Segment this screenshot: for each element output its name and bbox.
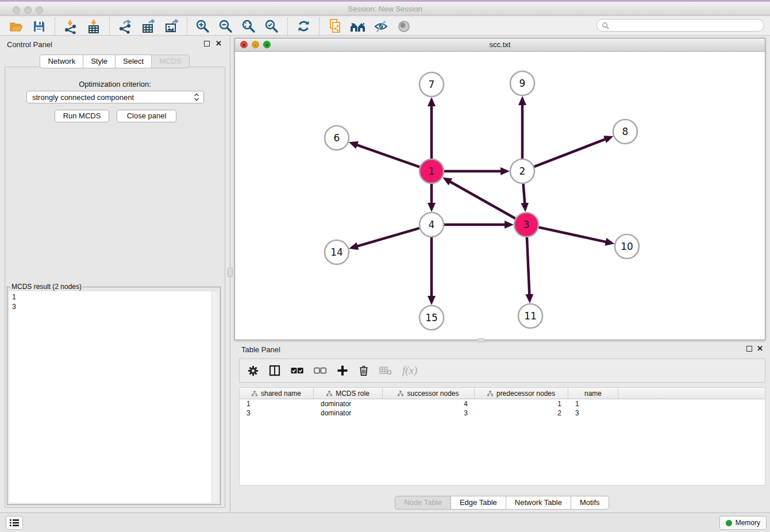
refresh-view-button[interactable] xyxy=(292,18,315,35)
network-graph[interactable]: 7968124314101511 xyxy=(235,51,765,340)
delete-column-button[interactable] xyxy=(359,365,369,376)
delete-table-button[interactable] xyxy=(379,366,392,375)
column-header-successor-nodes[interactable]: successor nodes xyxy=(383,388,475,399)
network-zoom-button[interactable]: + xyxy=(263,41,271,48)
import-network-button[interactable] xyxy=(59,18,82,35)
table-settings-button[interactable] xyxy=(248,365,259,376)
column-layout-button[interactable] xyxy=(269,365,280,376)
column-header-predecessor-nodes[interactable]: predecessor nodes xyxy=(475,388,568,399)
cell-shared-name[interactable]: 3 xyxy=(240,409,314,417)
column-header-name[interactable]: name xyxy=(568,388,618,399)
table-tabs: Node Table Edge Table Network Table Moti… xyxy=(234,496,770,510)
zoom-out-button[interactable] xyxy=(214,18,237,35)
node-11[interactable]: 11 xyxy=(518,304,542,328)
shared-column-icon xyxy=(252,391,257,396)
select-all-columns-button[interactable] xyxy=(291,367,303,374)
window-zoom-button[interactable] xyxy=(36,6,43,14)
node-9[interactable]: 9 xyxy=(510,71,534,95)
tab-node-table[interactable]: Node Table xyxy=(395,496,451,510)
memory-button[interactable]: Memory xyxy=(719,516,767,530)
tab-style[interactable]: Style xyxy=(83,55,116,68)
node-15[interactable]: 15 xyxy=(419,306,444,330)
export-image-button[interactable] xyxy=(160,18,183,35)
export-network-button[interactable] xyxy=(114,18,137,35)
tab-edge-table[interactable]: Edge Table xyxy=(451,496,506,510)
home-layout-button[interactable] xyxy=(346,18,369,35)
window-minimize-button[interactable] xyxy=(24,6,32,14)
network-minimize-button[interactable]: – xyxy=(252,41,259,48)
cell-predecessor-nodes[interactable]: 2 xyxy=(475,409,568,417)
run-mcds-button[interactable]: Run MCDS xyxy=(55,110,109,122)
cell-name[interactable]: 3 xyxy=(568,409,618,417)
network-close-button[interactable]: x xyxy=(240,41,248,48)
search-field[interactable] xyxy=(596,19,764,32)
edge-2-3[interactable] xyxy=(523,184,525,204)
table-row[interactable]: 3dominator323 xyxy=(240,408,765,418)
copy-network-button[interactable] xyxy=(324,18,346,35)
column-header-MCDS-role[interactable]: MCDS role xyxy=(314,388,383,399)
cell-MCDS-role[interactable]: dominator xyxy=(314,400,383,408)
show-graphics-details-button[interactable] xyxy=(369,18,392,35)
cell-shared-name[interactable]: 1 xyxy=(240,400,314,408)
edge-3-1[interactable] xyxy=(449,182,515,219)
cell-successor-nodes[interactable]: 3 xyxy=(383,409,475,417)
node-1[interactable]: 1 xyxy=(419,159,444,183)
cell-name[interactable]: 1 xyxy=(568,400,618,408)
svg-text:8: 8 xyxy=(622,126,629,137)
task-history-button[interactable] xyxy=(6,516,23,530)
function-builder-button[interactable]: f(x) xyxy=(402,364,417,377)
hide-graphics-details-button[interactable] xyxy=(392,18,415,35)
zoom-out-icon xyxy=(218,19,233,34)
cell-MCDS-role[interactable]: dominator xyxy=(314,409,383,417)
cell-predecessor-nodes[interactable]: 1 xyxy=(475,400,568,408)
edge-3-11[interactable] xyxy=(527,237,529,295)
close-table-panel-icon[interactable]: ✕ xyxy=(757,344,763,353)
edge-4-14[interactable] xyxy=(357,228,419,246)
float-panel-icon[interactable] xyxy=(204,41,210,47)
node-7[interactable]: 7 xyxy=(419,72,444,97)
svg-text:1: 1 xyxy=(429,165,435,177)
zoom-selected-button[interactable] xyxy=(260,18,283,35)
search-input[interactable] xyxy=(611,21,764,30)
edge-1-6[interactable] xyxy=(356,145,419,167)
node-10[interactable]: 10 xyxy=(615,234,639,259)
node-8[interactable]: 8 xyxy=(613,119,637,144)
tab-network[interactable]: Network xyxy=(40,55,83,68)
zoom-in-button[interactable] xyxy=(191,18,214,35)
node-table[interactable]: shared nameMCDS rolesuccessor nodesprede… xyxy=(239,387,765,485)
import-table-button[interactable] xyxy=(82,18,105,35)
network-canvas[interactable]: 7968124314101511 xyxy=(235,51,765,340)
close-panel-button[interactable]: Close panel xyxy=(117,110,176,122)
zoom-fit-button[interactable] xyxy=(237,18,260,35)
edge-2-8[interactable] xyxy=(534,139,606,167)
close-panel-icon[interactable]: ✕ xyxy=(215,39,222,48)
horizontal-splitter-handle[interactable] xyxy=(478,338,485,342)
open-session-button[interactable] xyxy=(5,18,28,35)
window-close-button[interactable] xyxy=(13,6,20,14)
cell-successor-nodes[interactable]: 4 xyxy=(383,400,475,408)
node-14[interactable]: 14 xyxy=(325,240,349,264)
add-column-button[interactable] xyxy=(337,365,348,376)
tab-mcds[interactable]: MCDS xyxy=(151,55,189,68)
tab-select[interactable]: Select xyxy=(115,55,152,68)
node-2[interactable]: 2 xyxy=(510,159,534,183)
column-header-shared-name[interactable]: shared name xyxy=(240,388,314,399)
import-network-icon xyxy=(63,19,78,34)
tab-motifs[interactable]: Motifs xyxy=(571,496,609,510)
tab-network-table[interactable]: Network Table xyxy=(506,496,571,510)
mcds-result-area[interactable]: 1 3 xyxy=(9,291,218,503)
node-4[interactable]: 4 xyxy=(419,213,444,237)
result-scrollbar[interactable] xyxy=(211,291,218,503)
network-window-titlebar[interactable]: x – + scc.txt xyxy=(235,38,765,52)
node-3[interactable]: 3 xyxy=(514,213,538,237)
criterion-dropdown[interactable]: strongly connected component xyxy=(26,91,204,103)
float-table-panel-icon[interactable] xyxy=(746,346,752,352)
edge-3-10[interactable] xyxy=(538,228,606,242)
export-table-button[interactable] xyxy=(137,18,160,35)
mcds-panel-body: Optimization criterion: strongly connect… xyxy=(5,67,225,508)
save-session-button[interactable] xyxy=(28,18,51,35)
vertical-splitter-handle[interactable] xyxy=(228,268,233,277)
unselect-all-columns-button[interactable] xyxy=(314,367,326,374)
node-6[interactable]: 6 xyxy=(325,126,349,150)
table-row[interactable]: 1dominator411 xyxy=(240,399,765,408)
